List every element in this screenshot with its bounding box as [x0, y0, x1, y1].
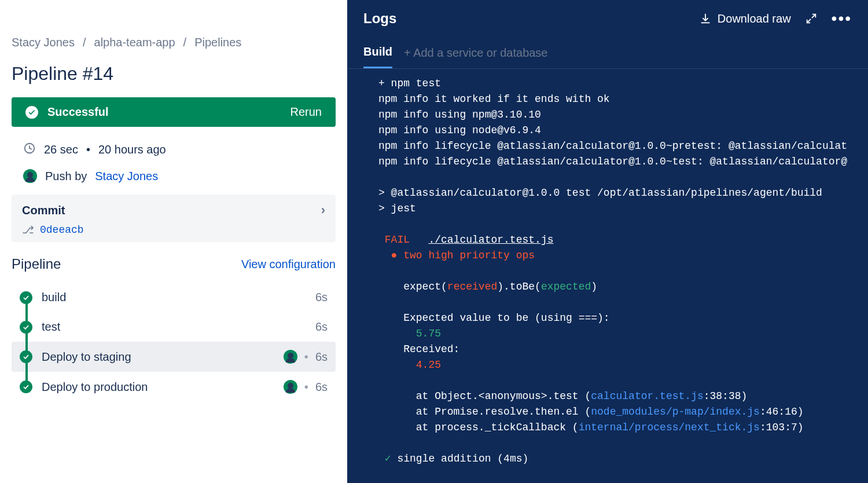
avatar [284, 380, 297, 394]
log-fail-desc: two high priority ops [397, 250, 535, 261]
pipeline-section-head: Pipeline View configuration [12, 256, 336, 272]
download-raw-button[interactable]: Download raw [699, 12, 791, 25]
log-pass-line: single addition (4ms) [397, 453, 528, 464]
commit-hash-link[interactable]: 0deeacb [40, 224, 84, 236]
log-stack-line: at process._tickCallback (internal/proce… [378, 422, 804, 433]
git-commit-icon: ⎇ [22, 224, 34, 236]
step-duration: 6s [315, 380, 328, 394]
log-line: npm info using node@v6.9.4 [378, 125, 541, 136]
commit-toggle[interactable]: Commit › [22, 203, 325, 218]
svg-line-1 [811, 14, 815, 18]
step-deploy-staging[interactable]: Deploy to staging • 6s [12, 342, 336, 372]
push-author-link[interactable]: Stacy Jones [95, 170, 158, 183]
logs-tabs: Build + Add a service or database [347, 37, 868, 69]
success-icon [25, 106, 38, 119]
step-test[interactable]: test 6s [12, 312, 336, 342]
more-icon[interactable]: ••• [832, 10, 852, 27]
breadcrumb-section[interactable]: Pipelines [194, 36, 241, 49]
breadcrumb: Stacy Jones / alpha-team-app / Pipelines [12, 36, 336, 49]
log-expected-value: 5.75 [378, 328, 441, 339]
step-label: Deploy to staging [42, 350, 274, 364]
download-icon [699, 12, 712, 25]
push-prefix: Push by [45, 170, 87, 183]
log-fail-file[interactable]: ./calculator.test.js [428, 234, 553, 246]
check-icon [20, 291, 32, 304]
check-icon [20, 321, 32, 334]
step-deploy-production[interactable]: Deploy to production • 6s [12, 372, 336, 402]
pipeline-heading: Pipeline [12, 256, 61, 272]
breadcrumb-sep: / [79, 36, 90, 49]
download-raw-label: Download raw [718, 12, 791, 25]
check-icon [20, 350, 32, 363]
log-expect-line: expect(received).toBe(expected) [378, 281, 597, 292]
step-duration: 6s [315, 320, 328, 334]
log-fail-badge: FAIL [378, 234, 416, 246]
logs-header: Logs Download raw ••• [347, 0, 868, 37]
page-title: Pipeline #14 [12, 63, 336, 85]
avatar [23, 169, 37, 183]
log-line: > @atlassian/calculator@1.0.0 test /opt/… [378, 187, 822, 199]
log-received-label: Received: [378, 343, 459, 355]
breadcrumb-user[interactable]: Stacy Jones [12, 36, 75, 49]
log-stack-line: at Promise.resolve.then.el (node_modules… [378, 406, 804, 418]
commit-heading: Commit [22, 204, 65, 217]
step-duration: 6s [315, 350, 328, 364]
tab-build[interactable]: Build [363, 37, 392, 68]
timing-sep: • [86, 143, 90, 156]
view-configuration-link[interactable]: View configuration [241, 258, 336, 271]
dot-sep: • [304, 380, 308, 394]
bullet-icon: ● [391, 250, 398, 261]
logs-title: Logs [363, 10, 396, 27]
step-build[interactable]: build 6s [12, 283, 336, 312]
pipeline-steps: build 6s test 6s Deploy to staging • 6s [12, 283, 336, 402]
breadcrumb-repo[interactable]: alpha-team-app [94, 36, 175, 49]
svg-line-2 [807, 19, 810, 23]
duration-text: 26 sec [44, 143, 78, 156]
status-banner: Successful Rerun [12, 97, 336, 127]
log-output[interactable]: + npm test npm info it worked if it ends… [347, 69, 868, 483]
step-label: build [42, 291, 306, 304]
clock-icon [23, 142, 36, 158]
log-line: npm info lifecycle @atlassian/calculator… [378, 140, 847, 152]
log-line: npm info lifecycle @atlassian/calculator… [378, 156, 847, 167]
log-received-value: 4.25 [378, 359, 441, 371]
check-icon [20, 380, 32, 393]
breadcrumb-sep: / [180, 36, 190, 49]
avatar [284, 350, 297, 364]
ago-text: 20 hours ago [98, 143, 166, 156]
log-stack-line: at Object.<anonymous>.test (calculator.t… [378, 390, 747, 402]
log-line: > jest [378, 203, 416, 214]
dot-sep: • [304, 350, 308, 364]
step-label: Deploy to production [42, 380, 274, 394]
pipeline-details-panel: Stacy Jones / alpha-team-app / Pipelines… [0, 0, 347, 483]
step-duration: 6s [315, 291, 328, 304]
timing-row: 26 sec • 20 hours ago [12, 142, 336, 158]
check-icon: ✓ [385, 453, 391, 464]
logs-panel: Logs Download raw ••• Build + Add a serv… [347, 0, 868, 483]
push-row: Push by Stacy Jones [12, 169, 336, 183]
rerun-button[interactable]: Rerun [290, 105, 322, 119]
chevron-right-icon: › [321, 203, 325, 218]
tab-add-service[interactable]: + Add a service or database [404, 46, 548, 60]
log-line: npm info it worked if it ends with ok [378, 93, 610, 105]
step-label: test [42, 320, 306, 334]
expand-icon[interactable] [805, 12, 818, 25]
commit-hash-row: ⎇ 0deeacb [22, 224, 325, 236]
commit-card: Commit › ⎇ 0deeacb [12, 195, 336, 242]
log-line: npm info using npm@3.10.10 [378, 109, 541, 120]
status-label: Successful [47, 105, 109, 119]
log-line: + npm test [378, 78, 441, 89]
log-expected-label: Expected value to be (using ===): [378, 312, 610, 324]
